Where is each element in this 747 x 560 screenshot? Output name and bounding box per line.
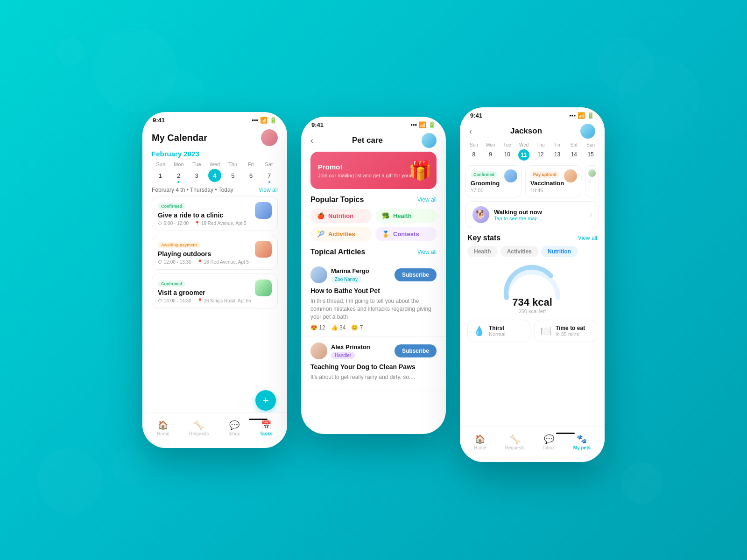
cal-day-6[interactable]: 6 (245, 169, 258, 182)
popular-topics-view-all[interactable]: View all (417, 196, 437, 203)
rcd-13[interactable]: 13 (549, 149, 566, 161)
fab-button[interactable]: + (255, 390, 276, 411)
status-icons-left: ▪▪▪ 📶 🔋 (252, 117, 277, 124)
time-right: 9:41 (470, 112, 482, 119)
battery-icon: 🔋 (269, 117, 277, 124)
status-icons-right: ▪▪▪ 📶 🔋 (569, 112, 594, 119)
right-phone: 9:41 ▪▪▪ 📶 🔋 ‹ Jackson Sun Mon Tue Wed T… (460, 107, 605, 462)
topic-health[interactable]: 🥦 Health (375, 209, 437, 223)
appt-card-vaccination[interactable]: Pay upfront Vaccination 18:45 (525, 165, 581, 197)
rcd-15[interactable]: 15 (582, 149, 599, 161)
home-icon-right: 🏠 (475, 434, 485, 444)
activities-label: Activities (328, 231, 355, 238)
appt-badge-confirmed: Confirmed (471, 171, 497, 178)
topic-activities[interactable]: 🎾 Activities (310, 227, 372, 241)
center-header: ‹ Pet care (301, 130, 446, 152)
event-card-1[interactable]: Awaiting payment Playing outdoors ⏱ 12:0… (152, 235, 278, 270)
appt-avatar-vaccination (564, 169, 577, 182)
phones-container: 9:41 ▪▪▪ 📶 🔋 My Calendar February 2023 S… (142, 98, 605, 462)
gauge-svg (500, 263, 565, 300)
topical-articles-title: Topical Articles (310, 248, 365, 256)
calendar-grid-left: Sun Mon Tue Wed Thu Fri Sat 1 2 3 4 5 6 … (142, 161, 287, 182)
stats-tab-activities[interactable]: Activities (500, 246, 538, 257)
stats-tab-health[interactable]: Health (467, 246, 498, 257)
popular-topics-title: Popular Topics (310, 196, 364, 204)
cal-day-2[interactable]: 2 (172, 169, 185, 182)
date-text: February 4 th • Thursday • Today (152, 187, 233, 193)
health-label: Health (393, 212, 412, 219)
event-card-2[interactable]: Confirmed Visit a groomer ⏱ 14:00 - 14:3… (152, 273, 278, 308)
topic-contests[interactable]: 🏅 Contests (375, 227, 437, 241)
eat-icon: 🍽️ (540, 325, 552, 336)
month-label: February 2023 (142, 148, 287, 161)
nav-item-mypets-right[interactable]: 🐾 My pets (573, 434, 591, 450)
cal-day-7[interactable]: 7 (263, 169, 276, 182)
cal-day-5[interactable]: 5 (226, 169, 240, 182)
cal-day-3[interactable]: 3 (190, 169, 203, 182)
appt-avatar-grooming (504, 169, 517, 182)
article-card-0[interactable]: Marina Fergo Zoo Nanny Subscribe How to … (301, 261, 446, 337)
key-stats-view-all[interactable]: View all (578, 235, 597, 241)
rcd-9[interactable]: 9 (482, 149, 499, 161)
nutrition-icon: 🍎 (317, 212, 324, 219)
subscribe-button-1[interactable]: Subscribe (395, 344, 437, 357)
view-all-left[interactable]: View all (259, 187, 278, 193)
reaction-like[interactable]: 👍 34 (331, 324, 346, 331)
cal-day-1[interactable]: 1 (154, 169, 167, 182)
wifi-icon: 📶 (260, 117, 268, 124)
article-title-1: Teaching Your Dog to Clean Paws (310, 363, 437, 371)
user-avatar-right[interactable] (580, 124, 595, 139)
popular-topics-header: Popular Topics View all (301, 196, 446, 209)
walk-dog-icon: 🐕 (472, 206, 489, 223)
nav-item-home-left[interactable]: 🏠 Home (157, 420, 169, 436)
event-card-0[interactable]: Confirmed Give a ride to a clinic ⏱ 9:00… (152, 196, 278, 231)
nav-item-tasks-left[interactable]: 📅 Tasks (260, 420, 273, 436)
signal-icon: ▪▪▪ (252, 117, 258, 124)
rcd-12[interactable]: 12 (532, 149, 549, 161)
stat-time-to-eat[interactable]: 🍽️ Time to eat in 35 mins (534, 320, 597, 342)
topical-articles-view-all[interactable]: View all (417, 249, 437, 255)
left-phone: 9:41 ▪▪▪ 📶 🔋 My Calendar February 2023 S… (142, 112, 287, 448)
appt-card-grooming[interactable]: Confirmed Grooming 17:00 (465, 165, 521, 197)
event-avatar-0 (255, 202, 272, 219)
user-avatar-left[interactable] (261, 129, 278, 146)
walking-card[interactable]: 🐕 Walking out now Tap to see the map › (465, 201, 599, 228)
article-excerpt-0: In this thread, I'm going to tell you ab… (310, 297, 437, 321)
reaction-love[interactable]: 😍 12 (310, 324, 325, 331)
subscribe-button-0[interactable]: Subscribe (395, 268, 437, 281)
user-avatar-center[interactable] (422, 133, 437, 148)
author-role-1: Handler (331, 352, 355, 359)
nav-item-requests-left[interactable]: 🦴 Requests (189, 420, 209, 436)
stats-tab-nutrition[interactable]: Nutrition (541, 246, 578, 257)
promo-banner[interactable]: Promo! Join our mailing list and get a g… (310, 152, 437, 189)
rcd-10[interactable]: 10 (499, 149, 516, 161)
right-cal-header: Sun Mon Tue Wed Thu Fri Sat Sun (460, 142, 605, 147)
author-role-0: Zoo Nanny (331, 276, 361, 283)
signal-icon-r: ▪▪▪ (569, 112, 576, 119)
pet-name-title: Jackson (472, 126, 580, 136)
nav-item-home-right[interactable]: 🏠 Home (474, 434, 486, 450)
wifi-icon-r: 📶 (578, 112, 585, 119)
rcd-14[interactable]: 14 (566, 149, 583, 161)
rcd-8[interactable]: 8 (465, 149, 482, 161)
rcd-11[interactable]: 11 (518, 149, 529, 161)
battery-icon-c: 🔋 (428, 121, 436, 128)
requests-icon-right: 🦴 (510, 434, 520, 444)
status-bar-right: 9:41 ▪▪▪ 📶 🔋 (460, 107, 605, 121)
author-avatar-1 (310, 343, 327, 359)
cal-day-4[interactable]: 4 (208, 169, 221, 182)
thirst-label: Thirst (489, 325, 505, 331)
event-meta-2: ⏱ 14:00 - 14:30 📍 26 King's Road, Apt 65 (158, 298, 272, 303)
article-card-1[interactable]: Alex Prinston Handler Subscribe Teaching… (301, 337, 446, 391)
nav-item-inbox-left[interactable]: 💬 Inbox (229, 420, 240, 436)
topical-articles-header: Topical Articles View all (301, 248, 446, 261)
reaction-smile[interactable]: 😊 7 (351, 324, 363, 331)
tasks-icon-left: 📅 (261, 420, 271, 430)
topic-nutrition[interactable]: 🍎 Nutrition (310, 209, 372, 223)
nav-item-inbox-right[interactable]: 💬 Inbox (543, 434, 555, 450)
stats-bottom: 💧 Thirst Normal 🍽️ Time to eat in 35 min… (460, 320, 605, 342)
status-bar-center: 9:41 ▪▪▪ 📶 🔋 (301, 117, 446, 130)
stat-thirst[interactable]: 💧 Thirst Normal (467, 320, 530, 342)
nav-item-requests-right[interactable]: 🦴 Requests (505, 434, 524, 450)
promo-icon: 🎁 (409, 160, 432, 182)
